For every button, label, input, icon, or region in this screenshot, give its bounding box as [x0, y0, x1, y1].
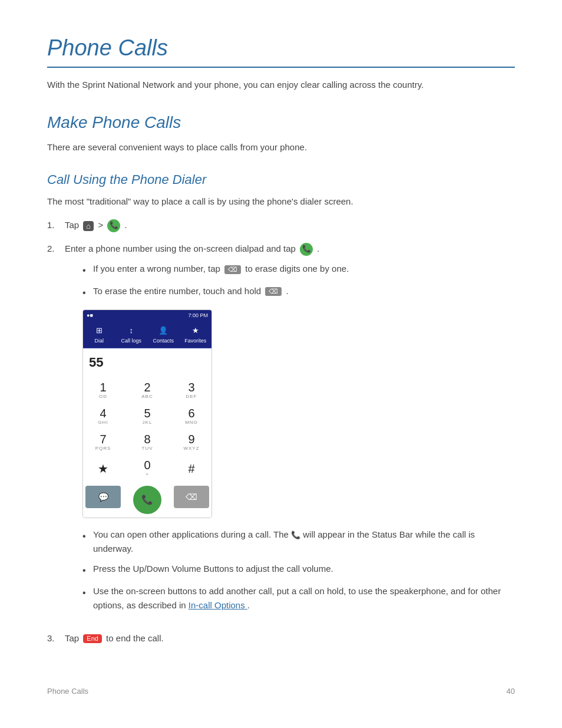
step-2: 2. Enter a phone number using the on-scr…: [47, 242, 515, 622]
general-bullets: You can open other applications during a…: [82, 528, 515, 612]
step-2-bullets: If you enter a wrong number, tap ⌫ to er…: [82, 262, 515, 300]
step-3: 3. Tap End to end the call.: [47, 631, 515, 645]
key-9[interactable]: 9WXYZ: [174, 430, 209, 455]
tab-dial-label: Dial: [94, 338, 104, 344]
footer: Phone Calls 40: [47, 681, 515, 696]
tab-dial[interactable]: ⊞ Dial: [83, 321, 115, 348]
bullet-1-text: If you enter a wrong number, tap ⌫ to er…: [93, 262, 349, 276]
phone-green-icon-step1: 📞: [107, 219, 120, 232]
step-3-content: Tap End to end the call.: [65, 631, 515, 645]
key-1[interactable]: 1OD: [85, 378, 121, 403]
keypad-row-2: 4GHI 5JKL 6MNO: [85, 404, 209, 429]
keypad-bottom: 💬 📞 ⌫: [83, 485, 211, 518]
bullet-volume-text: Press the Up/Down Volume Buttons to adju…: [93, 562, 333, 576]
incall-options-link[interactable]: In-call Options: [189, 600, 247, 610]
keypad-row-3: 7PQRS 8TUV 9WXYZ: [85, 430, 209, 455]
tab-contacts-label: Contacts: [153, 338, 174, 344]
keypad-row-4: ★ 0+ #: [85, 456, 209, 481]
footer-right: 40: [507, 687, 515, 696]
phone-status-bar: ●■ 7:00 PM: [83, 310, 211, 321]
bullet-2-text: To erase the entire number, touch and ho…: [93, 284, 289, 298]
delete-button[interactable]: ⌫: [174, 486, 209, 508]
dial-icon: ⊞: [84, 325, 114, 337]
key-hash[interactable]: #: [174, 456, 209, 481]
tab-favorites-label: Favorites: [184, 338, 206, 344]
tab-calllogs[interactable]: ↕ Call logs: [115, 321, 148, 348]
bullet-incall: Use the on-screen buttons to add another…: [82, 584, 515, 612]
phone-display: 55: [83, 348, 211, 376]
step-1-content: Tap ⌂ > 📞 .: [65, 218, 515, 232]
bullet-incall-text: Use the on-screen buttons to add another…: [93, 584, 515, 612]
bullet-dot-4: [82, 563, 93, 578]
intro-text: With the Sprint National Network and you…: [47, 80, 515, 90]
tab-favorites[interactable]: ★ Favorites: [180, 321, 212, 348]
key-5[interactable]: 5JKL: [130, 404, 165, 429]
phone-green-icon-step2: 📞: [300, 243, 313, 256]
home-icon: ⌂: [83, 221, 94, 231]
bullet-open-apps-text: You can open other applications during a…: [93, 528, 515, 556]
bullet-dot-2: [82, 285, 93, 301]
bullet-volume: Press the Up/Down Volume Buttons to adju…: [82, 562, 515, 578]
bullet-dot-1: [82, 263, 93, 278]
backspace-icon-2: ⌫: [265, 287, 282, 296]
calllogs-icon: ↕: [117, 325, 147, 337]
step-1: 1. Tap ⌂ > 📞 .: [47, 218, 515, 232]
tab-calllogs-label: Call logs: [121, 338, 141, 344]
end-call-icon: End: [83, 634, 102, 643]
step-1-num: 1.: [47, 218, 65, 232]
phone-tabs: ⊞ Dial ↕ Call logs 👤 Contacts ★ Favorite…: [83, 321, 211, 348]
key-8[interactable]: 8TUV: [130, 430, 165, 455]
bullet-dot-3: [82, 529, 93, 544]
key-4[interactable]: 4GHI: [85, 404, 121, 429]
bullet-dot-5: [82, 585, 93, 601]
favorites-icon: ★: [181, 325, 211, 337]
tab-contacts[interactable]: 👤 Contacts: [147, 321, 180, 348]
contacts-icon: 👤: [148, 325, 178, 337]
bullet-1: If you enter a wrong number, tap ⌫ to er…: [82, 262, 515, 278]
call-status-icon: 📞: [291, 529, 300, 542]
dialer-intro: The most "traditional" way to place a ca…: [47, 195, 515, 209]
step-2-content: Enter a phone number using the on-screen…: [65, 242, 515, 622]
footer-left: Phone Calls: [47, 687, 88, 696]
call-button[interactable]: 📞: [133, 486, 161, 514]
make-phone-calls-title: Make Phone Calls: [47, 113, 515, 132]
keypad-row-1: 1OD 2ABC 3DEF: [85, 378, 209, 403]
phone-keypad: 1OD 2ABC 3DEF 4GHI 5JKL 6MNO 7PQRS 8TUV …: [83, 376, 211, 485]
key-6[interactable]: 6MNO: [174, 404, 209, 429]
status-left: ●■: [87, 311, 93, 319]
step-3-num: 3.: [47, 631, 65, 645]
phone-dialer-mockup: ●■ 7:00 PM ⊞ Dial ↕ Call logs 👤 Contacts: [82, 309, 212, 518]
page-title: Phone Calls: [47, 35, 515, 61]
backspace-icon-1: ⌫: [224, 265, 241, 274]
bullet-open-apps: You can open other applications during a…: [82, 528, 515, 556]
key-3[interactable]: 3DEF: [174, 378, 209, 403]
call-using-dialer-title: Call Using the Phone Dialer: [47, 172, 515, 187]
step-2-num: 2.: [47, 242, 65, 256]
title-divider: [47, 67, 515, 68]
section-intro: There are several convenient ways to pla…: [47, 140, 515, 154]
message-button[interactable]: 💬: [85, 486, 121, 508]
status-right: 7:00 PM: [188, 311, 208, 319]
bullet-2: To erase the entire number, touch and ho…: [82, 284, 515, 301]
key-0[interactable]: 0+: [130, 456, 165, 481]
key-7[interactable]: 7PQRS: [85, 430, 121, 455]
key-star[interactable]: ★: [85, 456, 121, 481]
key-2[interactable]: 2ABC: [130, 378, 165, 403]
